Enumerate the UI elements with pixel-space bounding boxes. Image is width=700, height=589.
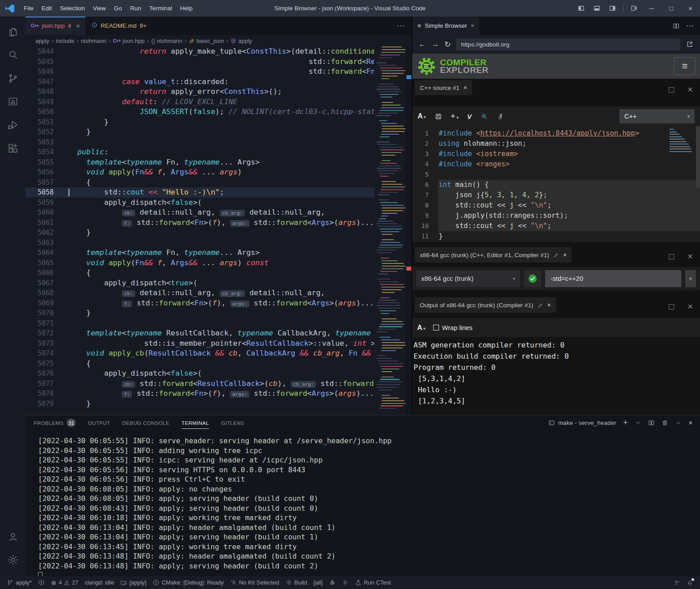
hamburger-menu-icon[interactable]: ≡ (674, 57, 696, 75)
close-icon[interactable]: × (464, 84, 467, 91)
sidebar-item-run-and-debug[interactable] (2, 113, 24, 136)
split-terminal-icon[interactable] (648, 420, 655, 426)
breadcrumb-item-nlohmann[interactable]: {}nlohmann (151, 38, 183, 44)
menu-edit[interactable]: Edit (38, 0, 56, 17)
language-select[interactable]: C++▾ (619, 109, 695, 123)
sidebar-item-explorer[interactable] (2, 20, 24, 43)
close-pane-icon[interactable]: × (687, 85, 693, 94)
font-size-button[interactable]: A▾ (418, 112, 426, 120)
vim-mode-icon[interactable]: V (467, 113, 472, 120)
kill-terminal-icon[interactable] (662, 420, 668, 426)
close-button[interactable]: × (681, 4, 700, 12)
close-panel-icon[interactable]: × (688, 419, 693, 427)
panel-tab-debug-console[interactable]: DEBUG CONSOLE (122, 415, 170, 430)
sidebar-item-cmake-tools[interactable] (2, 90, 24, 113)
menu-run[interactable]: Run (126, 0, 145, 17)
sidebar-item-settings[interactable] (2, 548, 24, 572)
close-pane-icon[interactable]: × (687, 302, 693, 311)
close-icon[interactable]: × (547, 301, 551, 309)
tab-simple-browser[interactable]: ≡ Simple Browser × (412, 17, 479, 35)
status-cmake-status[interactable]: CMake: [Debug]: Ready (149, 576, 227, 589)
tab-README.md[interactable]: README.md9+ (86, 17, 153, 35)
split-editor-icon[interactable] (673, 22, 680, 30)
url-input[interactable]: https://godbolt.org (456, 38, 680, 51)
maximize-button[interactable]: □ (662, 4, 681, 12)
options-dropdown-icon[interactable]: ▾ (685, 270, 696, 287)
menu-go[interactable]: Go (110, 0, 126, 17)
source-pane-tab[interactable]: C++ source #1 × (415, 80, 472, 95)
add-pane-button[interactable]: +▾ (451, 111, 459, 121)
toggle-sidebar-left-icon[interactable] (573, 4, 589, 12)
godbolt-scrollbar[interactable] (696, 126, 700, 188)
cpp-insights-icon[interactable] (496, 113, 504, 120)
rename-pane-icon[interactable] (553, 252, 559, 258)
menu-terminal[interactable]: Terminal (145, 0, 176, 17)
zoom-icon[interactable] (480, 113, 488, 120)
menu-help[interactable]: Help (176, 0, 196, 17)
menu-view[interactable]: View (89, 0, 110, 17)
status-clangd-status[interactable]: clangd: idle (81, 576, 117, 589)
terminal-dropdown-icon[interactable] (635, 420, 641, 426)
customize-layout-icon[interactable] (626, 4, 642, 12)
breadcrumb[interactable]: apply›include›nlohmann›C++json.hpp›{}nlo… (26, 35, 412, 47)
maximize-panel-icon[interactable] (675, 420, 682, 426)
panel-tab-terminal[interactable]: TERMINAL (182, 415, 209, 430)
font-size-button[interactable]: A▾ (417, 324, 426, 332)
status-cmake-build[interactable]: Build (282, 576, 311, 589)
vertical-scrollbar[interactable] (405, 47, 412, 415)
compiler-select[interactable]: x86-64 gcc (trunk)▾ (416, 270, 520, 287)
sidebar-item-extensions[interactable] (2, 136, 24, 160)
status-publish-changes[interactable] (35, 576, 48, 589)
status-run-ctest[interactable]: Run CTest (352, 576, 394, 589)
sidebar-item-search[interactable] (2, 43, 24, 67)
back-icon[interactable]: ← (418, 40, 426, 49)
status-problems-summary[interactable]: ⊗4⚠27 (48, 576, 81, 589)
maximize-pane-icon[interactable]: □ (669, 302, 674, 311)
status-debug-button[interactable] (326, 576, 339, 589)
breadcrumb-item-json.hpp[interactable]: C++json.hpp (113, 38, 145, 44)
close-pane-icon[interactable]: × (687, 252, 693, 261)
breadcrumb-item-basic_json[interactable]: basic_json (189, 38, 224, 44)
editor-actions-more-icon[interactable]: ⋯ (397, 17, 412, 35)
compiler-explorer-logo[interactable]: COMPILER EXPLORER (440, 59, 489, 74)
status-cmake-kit[interactable]: No Kit Selected (227, 576, 282, 589)
close-icon[interactable]: × (563, 251, 567, 258)
more-actions-icon[interactable]: ⋯ (686, 21, 694, 30)
toggle-sidebar-right-icon[interactable] (605, 4, 620, 12)
status-notifications[interactable] (683, 576, 696, 589)
panel-tab-problems[interactable]: PROBLEMS31 (34, 415, 76, 430)
forward-icon[interactable]: → (431, 40, 439, 49)
close-icon[interactable]: × (470, 22, 474, 29)
close-icon[interactable]: × (76, 22, 80, 30)
breadcrumb-item-apply[interactable]: apply (35, 38, 49, 44)
minimize-button[interactable]: ─ (642, 4, 662, 12)
terminal-output[interactable]: [2022-04-30 06:05:55] INFO: serve_header… (26, 430, 700, 581)
output-pane-tab[interactable]: Output of x86-64 gcc (trunk) (Compiler #… (415, 297, 556, 313)
status-build-target[interactable]: [all] (311, 576, 326, 589)
status-git-branch[interactable]: apply* (4, 576, 35, 589)
tab-json.hpp[interactable]: C++json.hpp4× (26, 17, 86, 35)
panel-tab-gitlens[interactable]: GITLENS (221, 415, 244, 430)
compiler-pane-tab[interactable]: x86-64 gcc (trunk) (C++, Editor #1, Comp… (415, 247, 572, 263)
compiler-options-input[interactable]: -std=c++20 (545, 270, 681, 287)
new-terminal-icon[interactable]: + (623, 418, 628, 428)
breadcrumb-item-apply[interactable]: apply (230, 38, 252, 44)
reload-icon[interactable]: ↻ (444, 40, 451, 49)
sidebar-item-accounts[interactable] (2, 525, 24, 548)
save-icon[interactable] (435, 113, 442, 120)
menu-file[interactable]: File (20, 0, 38, 17)
breadcrumb-item-include[interactable]: include (56, 38, 74, 44)
godbolt-source-editor[interactable]: 1#include <https://localhost:8443/apply/… (412, 126, 700, 242)
maximize-pane-icon[interactable]: □ (669, 85, 674, 94)
toggle-panel-icon[interactable] (589, 4, 605, 12)
terminal-selector[interactable]: make - serve_header (548, 420, 616, 426)
rename-pane-icon[interactable] (538, 302, 543, 308)
menu-selection[interactable]: Selection (56, 0, 89, 17)
status-feedback[interactable] (670, 576, 683, 589)
code-editor[interactable]: 5044 return apply_make_tuple<ConstThis>(… (26, 47, 412, 415)
sidebar-item-source-control[interactable] (2, 67, 24, 90)
wrap-lines-checkbox[interactable]: Wrap lines (433, 324, 473, 331)
breadcrumb-item-nlohmann[interactable]: nlohmann (81, 38, 107, 44)
panel-tab-output[interactable]: OUTPUT (88, 415, 110, 430)
status-active-project[interactable]: [apply] (117, 576, 149, 589)
